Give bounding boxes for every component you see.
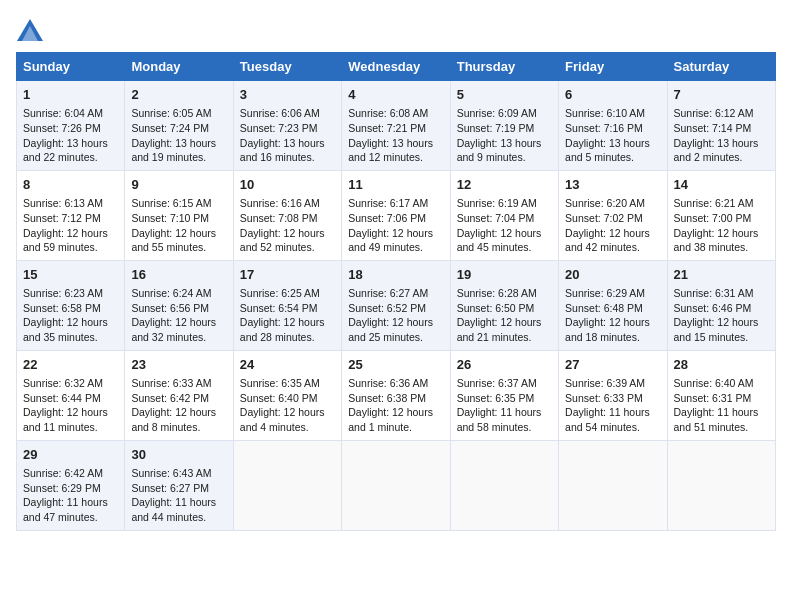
day-info: and 44 minutes.	[131, 510, 226, 525]
calendar-cell	[233, 440, 341, 530]
day-number: 23	[131, 356, 226, 374]
calendar-cell: 20Sunrise: 6:29 AMSunset: 6:48 PMDayligh…	[559, 260, 667, 350]
day-info: Sunrise: 6:20 AM	[565, 196, 660, 211]
day-number: 27	[565, 356, 660, 374]
calendar-cell: 5Sunrise: 6:09 AMSunset: 7:19 PMDaylight…	[450, 81, 558, 171]
day-info: Sunrise: 6:24 AM	[131, 286, 226, 301]
day-info: Daylight: 12 hours	[240, 315, 335, 330]
day-number: 16	[131, 266, 226, 284]
calendar-cell: 4Sunrise: 6:08 AMSunset: 7:21 PMDaylight…	[342, 81, 450, 171]
day-info: Daylight: 12 hours	[240, 405, 335, 420]
calendar-cell: 25Sunrise: 6:36 AMSunset: 6:38 PMDayligh…	[342, 350, 450, 440]
day-info: Daylight: 12 hours	[348, 226, 443, 241]
calendar-week-2: 8Sunrise: 6:13 AMSunset: 7:12 PMDaylight…	[17, 170, 776, 260]
day-info: Sunrise: 6:43 AM	[131, 466, 226, 481]
day-info: Daylight: 12 hours	[565, 226, 660, 241]
day-info: Daylight: 12 hours	[457, 315, 552, 330]
day-info: Daylight: 11 hours	[131, 495, 226, 510]
day-info: and 58 minutes.	[457, 420, 552, 435]
calendar-week-5: 29Sunrise: 6:42 AMSunset: 6:29 PMDayligh…	[17, 440, 776, 530]
column-header-friday: Friday	[559, 53, 667, 81]
day-info: Sunrise: 6:08 AM	[348, 106, 443, 121]
day-info: and 52 minutes.	[240, 240, 335, 255]
calendar-week-3: 15Sunrise: 6:23 AMSunset: 6:58 PMDayligh…	[17, 260, 776, 350]
day-info: Sunrise: 6:25 AM	[240, 286, 335, 301]
day-info: Sunset: 6:44 PM	[23, 391, 118, 406]
day-number: 8	[23, 176, 118, 194]
day-info: and 22 minutes.	[23, 150, 118, 165]
day-info: Sunset: 6:52 PM	[348, 301, 443, 316]
day-info: and 32 minutes.	[131, 330, 226, 345]
day-info: Sunset: 7:23 PM	[240, 121, 335, 136]
column-header-sunday: Sunday	[17, 53, 125, 81]
calendar-cell: 26Sunrise: 6:37 AMSunset: 6:35 PMDayligh…	[450, 350, 558, 440]
calendar-cell: 9Sunrise: 6:15 AMSunset: 7:10 PMDaylight…	[125, 170, 233, 260]
calendar-cell: 3Sunrise: 6:06 AMSunset: 7:23 PMDaylight…	[233, 81, 341, 171]
day-number: 12	[457, 176, 552, 194]
calendar-week-4: 22Sunrise: 6:32 AMSunset: 6:44 PMDayligh…	[17, 350, 776, 440]
day-info: Daylight: 12 hours	[348, 315, 443, 330]
day-info: and 59 minutes.	[23, 240, 118, 255]
day-info: Sunrise: 6:12 AM	[674, 106, 769, 121]
day-info: Sunrise: 6:05 AM	[131, 106, 226, 121]
day-info: Sunrise: 6:27 AM	[348, 286, 443, 301]
day-info: Sunrise: 6:16 AM	[240, 196, 335, 211]
day-number: 24	[240, 356, 335, 374]
day-info: Sunset: 7:14 PM	[674, 121, 769, 136]
day-info: Sunset: 6:48 PM	[565, 301, 660, 316]
calendar-cell	[559, 440, 667, 530]
day-info: and 16 minutes.	[240, 150, 335, 165]
day-info: Sunrise: 6:28 AM	[457, 286, 552, 301]
column-header-tuesday: Tuesday	[233, 53, 341, 81]
calendar-cell: 6Sunrise: 6:10 AMSunset: 7:16 PMDaylight…	[559, 81, 667, 171]
day-info: Sunrise: 6:29 AM	[565, 286, 660, 301]
calendar-cell: 14Sunrise: 6:21 AMSunset: 7:00 PMDayligh…	[667, 170, 775, 260]
day-info: Daylight: 11 hours	[565, 405, 660, 420]
day-info: and 47 minutes.	[23, 510, 118, 525]
calendar-cell: 7Sunrise: 6:12 AMSunset: 7:14 PMDaylight…	[667, 81, 775, 171]
day-number: 1	[23, 86, 118, 104]
day-info: Sunset: 6:35 PM	[457, 391, 552, 406]
day-info: and 49 minutes.	[348, 240, 443, 255]
day-info: Sunset: 6:27 PM	[131, 481, 226, 496]
calendar-cell: 27Sunrise: 6:39 AMSunset: 6:33 PMDayligh…	[559, 350, 667, 440]
day-info: Sunrise: 6:15 AM	[131, 196, 226, 211]
column-header-monday: Monday	[125, 53, 233, 81]
day-info: Daylight: 13 hours	[23, 136, 118, 151]
day-info: Sunset: 7:19 PM	[457, 121, 552, 136]
day-info: Daylight: 12 hours	[565, 315, 660, 330]
day-number: 17	[240, 266, 335, 284]
calendar-cell: 17Sunrise: 6:25 AMSunset: 6:54 PMDayligh…	[233, 260, 341, 350]
day-info: Daylight: 12 hours	[23, 405, 118, 420]
calendar-cell	[342, 440, 450, 530]
day-info: Daylight: 13 hours	[348, 136, 443, 151]
day-info: Sunset: 7:12 PM	[23, 211, 118, 226]
day-info: Daylight: 13 hours	[565, 136, 660, 151]
day-info: Sunrise: 6:04 AM	[23, 106, 118, 121]
day-number: 30	[131, 446, 226, 464]
day-info: Sunset: 7:06 PM	[348, 211, 443, 226]
day-info: Sunset: 7:16 PM	[565, 121, 660, 136]
day-info: Sunrise: 6:40 AM	[674, 376, 769, 391]
day-number: 9	[131, 176, 226, 194]
calendar-cell: 1Sunrise: 6:04 AMSunset: 7:26 PMDaylight…	[17, 81, 125, 171]
day-info: and 54 minutes.	[565, 420, 660, 435]
day-info: Sunrise: 6:19 AM	[457, 196, 552, 211]
day-number: 14	[674, 176, 769, 194]
calendar-cell: 29Sunrise: 6:42 AMSunset: 6:29 PMDayligh…	[17, 440, 125, 530]
day-info: and 18 minutes.	[565, 330, 660, 345]
calendar-cell: 21Sunrise: 6:31 AMSunset: 6:46 PMDayligh…	[667, 260, 775, 350]
day-info: and 35 minutes.	[23, 330, 118, 345]
logo-icon	[16, 16, 44, 44]
day-info: and 28 minutes.	[240, 330, 335, 345]
day-number: 26	[457, 356, 552, 374]
day-number: 29	[23, 446, 118, 464]
day-info: Sunset: 6:56 PM	[131, 301, 226, 316]
calendar-cell	[450, 440, 558, 530]
day-info: and 1 minute.	[348, 420, 443, 435]
day-number: 28	[674, 356, 769, 374]
calendar-cell	[667, 440, 775, 530]
day-info: Sunrise: 6:31 AM	[674, 286, 769, 301]
day-number: 13	[565, 176, 660, 194]
day-info: Sunset: 7:10 PM	[131, 211, 226, 226]
